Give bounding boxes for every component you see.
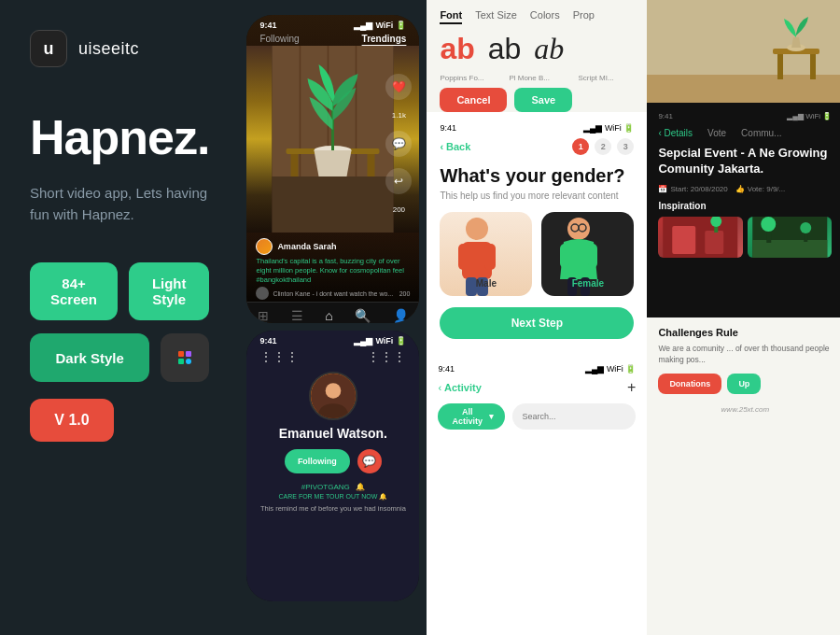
svg-rect-24 [588, 244, 597, 268]
screens-button[interactable]: 84+ Screen [30, 262, 118, 320]
gender-subtitle: This help us find you more relevant cont… [440, 190, 634, 201]
activity-add-button[interactable]: + [627, 379, 636, 396]
challenge-text: We are a comunity ... of over th thousan… [658, 344, 832, 366]
svg-rect-12 [368, 154, 375, 176]
video-content: ❤️ 1.1k 💬 ↩ 200 [246, 46, 419, 233]
search-input[interactable] [512, 403, 636, 430]
sub-hashtag: CARE FOR ME TOUR OUT NOW 🔔 [246, 493, 419, 501]
next-step-button[interactable]: Next Step [440, 307, 634, 339]
profile-follow-row: Following 💬 [246, 442, 419, 481]
cancel-button[interactable]: Cancel [440, 88, 507, 112]
challenge-panel: Challenges Rule We are a comunity ... of… [647, 318, 840, 635]
middle-panel: 9:41 ▂▄▆ WiFi 🔋 Following Trendings [239, 0, 427, 635]
all-activity-filter[interactable]: All Activity ▾ [438, 403, 505, 430]
male-label: Male [440, 278, 532, 289]
figma-button[interactable] [161, 333, 209, 382]
room-image [647, 0, 840, 103]
svg-rect-23 [560, 244, 569, 268]
svg-rect-19 [484, 244, 496, 270]
tab-text-size[interactable]: Text Size [475, 9, 517, 24]
step-dot-3: 3 [617, 138, 634, 155]
svg-point-47 [800, 222, 811, 233]
gender-screen: 9:41 ▂▄▆ WiFi 🔋 ‹ Back 1 2 3 [427, 112, 647, 355]
phone-nav-top: Following Trendings [246, 32, 419, 46]
hero-title: Hapnez. [30, 112, 209, 163]
svg-rect-38 [673, 226, 696, 254]
activity-screen: 9:41 ▂▄▆ WiFi 🔋 ‹ Activity + All Activit… [427, 355, 647, 635]
phone-mockup-profile: 9:41 ▂▄▆ WiFi 🔋 ⋮⋮⋮ ⋮⋮⋮ Emanuel Watson. [246, 331, 419, 601]
font-name-2: Pl Mone B... [509, 74, 565, 82]
svg-point-3 [186, 359, 191, 364]
figma-icon [175, 348, 194, 367]
activity-header: ‹ Activity + [438, 379, 636, 396]
left-panel: u uiseeitc Hapnez. Short video app, Lets… [0, 0, 239, 635]
font-samples: ab ab ab [440, 32, 634, 66]
logo-icon: u [30, 30, 67, 67]
tab-prop[interactable]: Prop [573, 9, 595, 24]
room-svg [647, 0, 840, 103]
back-button[interactable]: ‹ Back [440, 141, 470, 152]
hero-subtitle: Short video app, Lets having fun with Ha… [30, 182, 209, 226]
font-buttons: Cancel Save [440, 88, 634, 112]
message-button[interactable]: 💬 [357, 449, 382, 473]
tab-colors[interactable]: Colors [530, 9, 560, 24]
svg-rect-2 [178, 359, 184, 364]
tab-font[interactable]: Font [440, 9, 462, 24]
follow-button[interactable]: Following [285, 449, 350, 473]
gender-title: What's your gender? [440, 164, 634, 187]
version-button[interactable]: V 1.0 [30, 399, 114, 442]
step-dots: 1 2 3 [572, 138, 634, 155]
video-info: Amanda Sarah Thailand's capital is a fas… [246, 233, 419, 302]
step-dot-1: 1 [572, 138, 589, 155]
activity-filter-row: All Activity ▾ [438, 403, 636, 430]
event-back-button[interactable]: ‹ Details [658, 128, 693, 138]
up-button[interactable]: Up [727, 374, 761, 394]
dark-style-button[interactable]: Dark Style [30, 333, 149, 382]
donations-button[interactable]: Donations [658, 374, 721, 394]
gender-card-male[interactable]: Male [440, 212, 532, 296]
button-row-1: 84+ Screen Light Style [30, 262, 209, 320]
font-tabs: Font Text Size Colors Prop [440, 9, 634, 24]
svg-point-15 [326, 383, 342, 399]
phone-mockup-top: 9:41 ▂▄▆ WiFi 🔋 Following Trendings [246, 15, 419, 323]
svg-point-16 [466, 218, 488, 240]
svg-rect-1 [186, 351, 191, 357]
phone-bottom-nav-top[interactable]: ⊞ ☰ ⌂ 🔍 👤 [246, 302, 419, 323]
svg-rect-11 [291, 154, 299, 176]
tab-vote[interactable]: Vote [707, 128, 726, 138]
button-row-2: Dark Style [30, 333, 209, 382]
svg-rect-6 [273, 176, 394, 233]
font-sample-3: ab [534, 32, 564, 66]
event-back-row: ‹ Details Vote Commu... [658, 128, 832, 138]
inspiration-image-1 [658, 217, 743, 258]
logo-name: uiseeitc [78, 39, 139, 59]
center-screens-col: Font Text Size Colors Prop ab ab ab Popp… [427, 0, 647, 635]
gender-options: Male [440, 212, 634, 296]
light-style-button[interactable]: Light Style [129, 262, 209, 320]
svg-rect-0 [178, 351, 184, 357]
event-title: Sepcial Event - A Ne Growing Comunity Ja… [658, 146, 832, 177]
svg-rect-18 [458, 244, 469, 270]
watermark: www.25xt.com [658, 405, 832, 414]
font-names: Poppins Fo... Pl Mone B... Script MI... [440, 74, 634, 82]
right-mid-section: Font Text Size Colors Prop ab ab ab Popp… [427, 0, 840, 635]
challenge-buttons: Donations Up [658, 374, 832, 394]
profile-screen: 9:41 ▂▄▆ WiFi 🔋 ⋮⋮⋮ ⋮⋮⋮ Emanuel Watson. [246, 331, 419, 601]
step-dot-2: 2 [595, 138, 611, 155]
female-label: Female [541, 278, 634, 289]
profile-name: Emanuel Watson. [246, 426, 419, 442]
activity-status-bar: 9:41 ▂▄▆ WiFi 🔋 [438, 364, 636, 374]
event-meta: 📅 Start: 20/08/2020 👍 Vote: 9/9/... [658, 185, 832, 193]
activity-back-button[interactable]: ‹ Activity [438, 382, 481, 393]
profile-hashtags: #PIVOTGANG 🔔 [246, 481, 419, 493]
video-actions: ❤️ 1.1k 💬 ↩ 200 [385, 74, 412, 214]
challenge-title: Challenges Rule [658, 327, 832, 338]
profile-avatar [309, 372, 357, 420]
gender-back-row: ‹ Back 1 2 3 [440, 138, 634, 155]
event-panel: 9:41 ▂▄▆ WiFi 🔋 ‹ Details Vote Commu... … [647, 103, 840, 318]
gender-card-female[interactable]: Female [541, 212, 634, 296]
tab-comments[interactable]: Commu... [741, 128, 781, 138]
save-button[interactable]: Save [514, 88, 572, 112]
phone-status-bar-top: 9:41 ▂▄▆ WiFi 🔋 [246, 15, 419, 32]
font-name-3: Script MI... [578, 74, 634, 82]
